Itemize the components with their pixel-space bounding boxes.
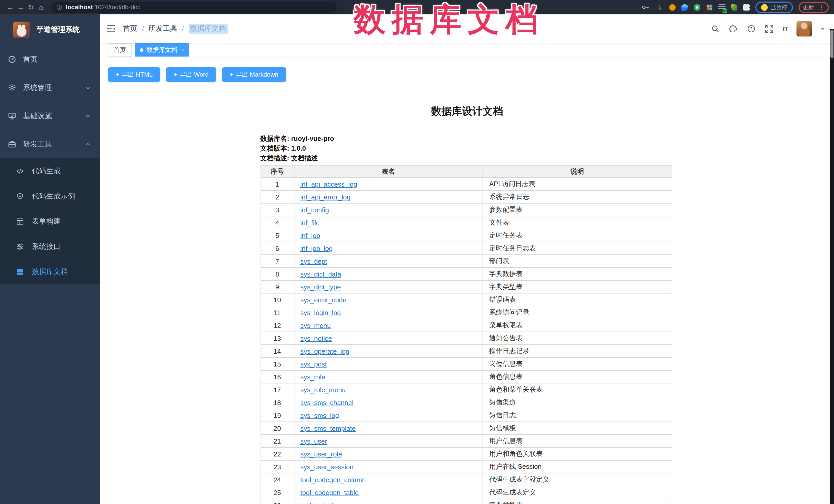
proxy-on-extension-icon[interactable]: on (718, 4, 726, 10)
table-name-link[interactable]: inf_job_log (300, 244, 333, 252)
row-index-cell: 20 (261, 422, 294, 435)
user-caret-down-icon[interactable] (821, 27, 825, 30)
table-name-link[interactable]: sys_dept (300, 257, 327, 265)
table-name-link[interactable]: inf_job (300, 232, 320, 239)
db-doc: 数据库设计文档 数据库名: ruoyi-vue-pro 文档版本: 1.0.0 … (260, 104, 674, 504)
font-size-icon[interactable]: tT (782, 25, 788, 32)
breadcrumb-devtools[interactable]: 研发工具 (149, 24, 177, 34)
table-desc-cell: 系统异常日志 (483, 191, 672, 203)
user-avatar[interactable] (796, 21, 812, 37)
github-icon[interactable] (728, 24, 738, 34)
table-name-link[interactable]: tool_test_demo (300, 501, 346, 504)
sidebar-item-system-api[interactable]: 系统接口 (0, 234, 100, 259)
table-row: 1inf_api_access_logAPI 访问日志表 (261, 178, 672, 191)
leaf-extension-icon[interactable] (731, 4, 738, 10)
export-html-button[interactable]: + 导出 HTML (108, 67, 160, 82)
sidebar-item-form-builder[interactable]: 表单构建 (0, 209, 100, 234)
export-markdown-button[interactable]: + 导出 Markdown (222, 67, 286, 82)
table-name-link[interactable]: tool_codegen_table (300, 488, 359, 496)
bookmark-star-icon[interactable]: ☆ (655, 3, 663, 11)
breadcrumb-separator: / (182, 25, 184, 33)
table-row: 21sys_user用户信息表 (261, 435, 672, 447)
table-desc-cell: 文件表 (483, 216, 672, 229)
export-toolbar: + 导出 HTML + 导出 Word + 导出 Markdown (108, 67, 826, 82)
sidebar-item-system[interactable]: 系统管理 (0, 73, 100, 102)
password-key-icon[interactable] (641, 3, 650, 11)
tab-label: 首页 (114, 45, 126, 54)
browser-back-icon[interactable]: ← (5, 0, 16, 15)
table-name-link[interactable]: sys_login_log (300, 309, 341, 316)
table-desc-cell: 用户和角色关联表 (483, 447, 672, 460)
table-name-cell: sys_user_role (294, 447, 483, 460)
table-name-link[interactable]: sys_role (300, 373, 325, 381)
table-name-link[interactable]: sys_menu (300, 322, 331, 329)
paused-label: 已暂停 (770, 3, 787, 11)
table-name-link[interactable]: tool_codegen_column (300, 476, 366, 483)
table-desc-cell: 定时任务表 (483, 229, 672, 242)
table-row: 13sys_notice通知公告表 (261, 332, 672, 345)
table-name-link[interactable]: sys_dict_type (300, 283, 341, 291)
table-name-link[interactable]: inf_file (300, 219, 320, 226)
table-name-cell: sys_menu (294, 319, 483, 332)
table-name-link[interactable]: sys_sms_template (300, 424, 356, 432)
tab-close-icon[interactable]: × (181, 47, 184, 53)
export-word-button[interactable]: + 导出 Word (166, 67, 216, 82)
browser-menu-icon[interactable]: ⋮ (818, 3, 825, 11)
table-name-cell: tool_codegen_table (294, 486, 483, 499)
row-index-cell: 24 (261, 473, 294, 486)
page-scrollbar[interactable] (830, 29, 834, 504)
table-name-link[interactable]: sys_sms_channel (300, 399, 354, 406)
site-info-icon[interactable]: ⓘ (57, 3, 62, 11)
green-check-extension-icon[interactable] (694, 4, 700, 10)
browser-forward-icon[interactable]: → (16, 0, 26, 15)
fullscreen-icon[interactable] (764, 24, 774, 34)
browser-update-button[interactable]: 更新 (803, 3, 814, 11)
table-name-link[interactable]: sys_role_menu (300, 386, 346, 393)
browser-home-icon[interactable]: ⌂ (36, 0, 46, 15)
address-bar[interactable]: ⓘ localhost:1024/tool/db-doc (51, 2, 337, 13)
table-desc-cell: 字典数据表 (483, 267, 672, 280)
table-name-link[interactable]: sys_user (300, 437, 327, 445)
breadcrumb-home[interactable]: 首页 (123, 24, 137, 34)
sidebar-item-infrastructure[interactable]: 基础设施 (0, 102, 100, 130)
row-index-cell: 8 (261, 267, 294, 280)
doc-meta-line: 文档版本: 1.0.0 (260, 144, 674, 153)
sidebar-item-codegen[interactable]: 代码生成 (0, 158, 100, 183)
table-name-link[interactable]: sys_post (300, 360, 327, 368)
chevron-up-icon (85, 141, 91, 147)
table-name-link[interactable]: sys_operate_log (300, 347, 349, 355)
paused-extension-chip[interactable]: 已暂停 (755, 1, 793, 13)
collapse-sidebar-icon[interactable] (106, 25, 116, 33)
table-name-link[interactable]: inf_api_access_log (300, 180, 357, 188)
table-desc-cell: 用户在线 Session (483, 460, 672, 473)
table-name-cell: inf_api_access_log (294, 178, 483, 191)
sidebar-item-db-doc[interactable]: 数据库文档 (0, 259, 100, 284)
tab-home[interactable]: 首页 (108, 43, 132, 57)
table-name-cell: sys_role_menu (294, 383, 483, 396)
table-name-link[interactable]: inf_api_error_log (300, 193, 350, 201)
sidebar-item-home[interactable]: 首页 (0, 45, 100, 73)
table-name-link[interactable]: sys_sms_log (300, 412, 339, 419)
table-name-link[interactable]: sys_dict_data (300, 270, 341, 278)
sidebar-item-codegen-demo[interactable]: 代码生成示例 (0, 183, 100, 209)
browser-reload-icon[interactable]: ↻ (26, 0, 36, 15)
pin-extension-icon[interactable] (681, 4, 688, 10)
app-logo-row[interactable]: 芋道管理系统 (0, 15, 100, 45)
table-name-link[interactable]: sys_notice (300, 334, 332, 342)
row-index-cell: 26 (261, 499, 294, 504)
table-name-link[interactable]: inf_config (300, 206, 329, 214)
tab-db-doc[interactable]: 数据库文档 × (135, 43, 189, 57)
sidebar-item-devtools[interactable]: 研发工具 (0, 130, 100, 158)
table-name-cell: tool_test_demo (294, 499, 483, 504)
search-icon[interactable] (710, 24, 720, 34)
breadcrumb: 首页 / 研发工具 / 数据库文档 (123, 24, 228, 34)
puzzle-extension-icon[interactable] (743, 4, 750, 10)
table-header-row: 序号 表名 说明 (261, 165, 672, 178)
table-name-link[interactable]: sys_user_role (300, 450, 342, 458)
orange-extension-icon[interactable] (669, 4, 676, 10)
grid-extension-icon[interactable] (706, 4, 713, 10)
table-name-link[interactable]: sys_user_session (300, 463, 354, 470)
table-name-link[interactable]: sys_error_code (300, 296, 346, 304)
help-icon[interactable]: ? (746, 24, 755, 34)
doc-meta-line: 数据库名: ruoyi-vue-pro (260, 134, 674, 144)
